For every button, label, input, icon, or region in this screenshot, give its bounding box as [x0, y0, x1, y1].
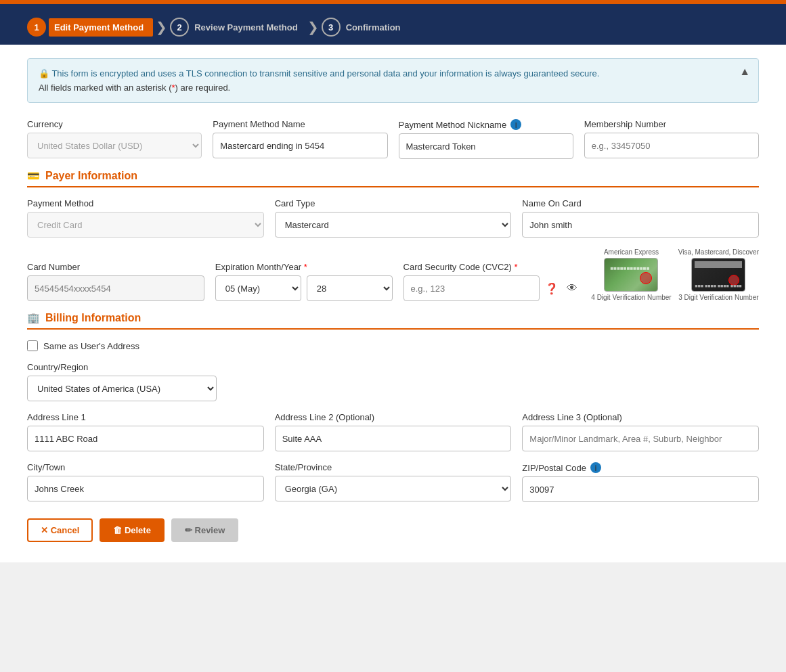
expiry-selects: 05 (May) 28: [215, 275, 393, 301]
payment-method-group: Payment Method Credit Card: [27, 198, 264, 238]
card-type-group: Card Type Mastercard: [275, 198, 512, 238]
cvc-reference-images: American Express ■■■■■■■■■■■■ 4 Digit Ve…: [591, 248, 759, 301]
country-label: Country/Region: [27, 362, 217, 372]
step-arrow-2: ❯: [307, 19, 319, 35]
currency-group: Currency United States Dollar (USD): [27, 119, 202, 159]
zip-input[interactable]: [522, 476, 759, 502]
step-2[interactable]: 2 Review Payment Method: [170, 18, 304, 37]
same-address-row: Same as User's Address: [27, 340, 759, 351]
collapse-button[interactable]: ▲: [739, 66, 750, 78]
delete-button[interactable]: 🗑 Delete: [100, 518, 165, 542]
visa-stripe: [695, 261, 742, 268]
state-select[interactable]: Georgia (GA): [275, 476, 512, 501]
city-label: City/Town: [27, 462, 264, 472]
payer-row-1: Payment Method Credit Card Card Type Mas…: [27, 198, 759, 238]
card-type-label: Card Type: [275, 198, 512, 208]
amex-card-container: American Express ■■■■■■■■■■■■ 4 Digit Ve…: [591, 248, 671, 301]
required-text: All fields marked with an asterisk (*) a…: [39, 83, 747, 93]
expiration-group: Expiration Month/Year * 05 (May) 28: [215, 262, 393, 301]
card-number-input[interactable]: [27, 275, 204, 301]
billing-info-header: 🏢 Billing Information: [27, 312, 759, 330]
payment-method-select[interactable]: Credit Card: [27, 212, 264, 238]
same-address-label: Same as User's Address: [43, 341, 139, 351]
address1-group: Address Line 1: [27, 412, 264, 451]
security-text: 🔒 This form is encrypted and uses a TLS …: [39, 68, 747, 79]
card-number-group: Card Number: [27, 262, 204, 301]
state-group: State/Province Georgia (GA): [275, 462, 512, 502]
expiry-year-select[interactable]: 28: [307, 275, 393, 301]
cvc-label: Card Security Code (CVC2) *: [403, 262, 581, 272]
security-notice: ▲ 🔒 This form is encrypted and uses a TL…: [27, 58, 759, 103]
cvc-toggle-visibility-button[interactable]: 👁: [564, 282, 580, 294]
name-on-card-input[interactable]: [522, 212, 759, 238]
address3-label: Address Line 3 (Optional): [522, 412, 759, 422]
cvc-help-button[interactable]: ❓: [542, 282, 561, 295]
address-row-1: Address Line 1 Address Line 2 (Optional)…: [27, 412, 759, 451]
step-1[interactable]: 1 Edit Payment Method: [27, 18, 153, 37]
address2-input[interactable]: [275, 426, 512, 451]
payment-method-name-group: Payment Method Name: [213, 119, 387, 159]
expiration-label: Expiration Month/Year *: [215, 262, 393, 272]
cancel-button[interactable]: ✕ ✕ CancelCancel: [27, 518, 93, 542]
same-address-checkbox[interactable]: [27, 340, 38, 351]
address3-input[interactable]: [522, 426, 759, 451]
currency-select[interactable]: United States Dollar (USD): [27, 133, 202, 158]
payer-info-title: Payer Information: [45, 170, 137, 182]
payment-method-name-label: Payment Method Name: [213, 119, 387, 129]
review-button[interactable]: ✏ Review: [171, 518, 238, 542]
visa-card-image: ■■■ ■■■■ ■■■■ ■■■■: [691, 258, 745, 292]
step-3-number: 3: [322, 18, 341, 37]
membership-number-label: Membership Number: [584, 119, 759, 129]
visa-numbers: ■■■ ■■■■ ■■■■ ■■■■: [695, 284, 741, 288]
building-icon: 🏢: [27, 312, 40, 324]
step-1-number: 1: [27, 18, 46, 37]
nickname-info-icon[interactable]: i: [510, 119, 521, 130]
stepper: 1 Edit Payment Method ❯ 2 Review Payment…: [0, 9, 786, 45]
payment-method-name-input[interactable]: [213, 133, 387, 158]
zip-label: ZIP/Postal Code: [522, 463, 586, 473]
step-arrow-1: ❯: [156, 19, 167, 35]
cvc-required-asterisk: *: [515, 262, 518, 272]
visa-sublabel: 3 Digit Verification Number: [678, 294, 758, 301]
address2-label: Address Line 2 (Optional): [275, 412, 512, 422]
amex-label: American Express: [604, 248, 659, 256]
zip-group: ZIP/Postal Code i: [522, 462, 759, 502]
payment-method-label: Payment Method: [27, 198, 264, 208]
amex-chip: ■■■■■■■■■■■■: [610, 265, 649, 271]
card-type-select[interactable]: Mastercard: [275, 212, 512, 238]
city-group: City/Town: [27, 462, 264, 502]
cvc-input[interactable]: [403, 275, 540, 301]
address1-input[interactable]: [27, 426, 264, 451]
billing-info-title: Billing Information: [45, 312, 141, 324]
city-input[interactable]: [27, 476, 264, 501]
step-3[interactable]: 3 Confirmation: [322, 18, 408, 37]
step-2-label: Review Payment Method: [189, 22, 304, 32]
expiration-label-text: Expiration Month/Year: [215, 262, 301, 272]
nickname-label: Payment Method Nickname: [399, 120, 507, 130]
membership-number-input[interactable]: [584, 133, 759, 158]
zip-label-row: ZIP/Postal Code i: [522, 462, 759, 473]
payment-method-nickname-group: Payment Method Nickname i: [399, 119, 573, 159]
nickname-input[interactable]: [399, 133, 573, 159]
payer-info-header: 💳 Payer Information: [27, 170, 759, 187]
cvc-field-container: ❓ 👁: [403, 275, 581, 301]
action-buttons: ✕ ✕ CancelCancel 🗑 Delete ✏ Review: [27, 518, 759, 542]
visa-card-container: Visa, Mastercard, Discover ■■■ ■■■■ ■■■■…: [678, 248, 759, 301]
expiry-month-select[interactable]: 05 (May): [215, 275, 301, 301]
main-content: ▲ 🔒 This form is encrypted and uses a TL…: [0, 45, 786, 562]
nickname-label-row: Payment Method Nickname i: [399, 119, 573, 130]
step-3-label: Confirmation: [341, 22, 408, 32]
cvc-label-text: Card Security Code (CVC2): [403, 262, 512, 272]
membership-number-group: Membership Number: [584, 119, 759, 159]
zip-info-icon[interactable]: i: [590, 462, 601, 473]
country-group: Country/Region United States of America …: [27, 362, 217, 401]
currency-label: Currency: [27, 119, 202, 129]
payer-row-2: Card Number Expiration Month/Year * 05 (…: [27, 248, 759, 301]
expiration-required-asterisk: *: [304, 262, 307, 272]
top-form-row: Currency United States Dollar (USD) Paym…: [27, 119, 759, 159]
address1-label: Address Line 1: [27, 412, 264, 422]
amex-card-image: ■■■■■■■■■■■■: [604, 258, 658, 292]
name-on-card-group: Name On Card: [522, 198, 759, 238]
country-select[interactable]: United States of America (USA): [27, 376, 217, 401]
name-on-card-label: Name On Card: [522, 198, 759, 208]
